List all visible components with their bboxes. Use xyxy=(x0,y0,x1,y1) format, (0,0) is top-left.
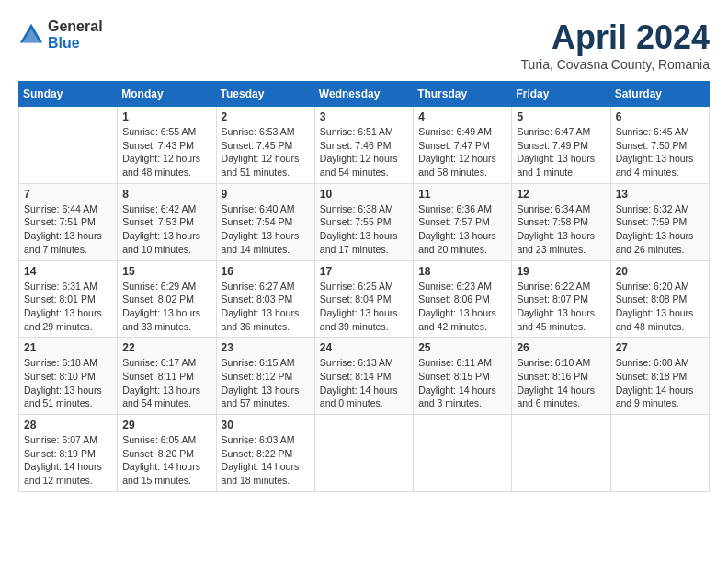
calendar-cell: 12Sunrise: 6:34 AM Sunset: 7:58 PM Dayli… xyxy=(512,183,610,260)
calendar-cell xyxy=(512,415,610,492)
day-info: Sunrise: 6:17 AM Sunset: 8:11 PM Dayligh… xyxy=(122,356,210,410)
day-info: Sunrise: 6:44 AM Sunset: 7:51 PM Dayligh… xyxy=(24,202,112,257)
calendar-cell: 19Sunrise: 6:22 AM Sunset: 8:07 PM Dayli… xyxy=(512,260,610,338)
day-info: Sunrise: 6:31 AM Sunset: 8:01 PM Dayligh… xyxy=(24,280,112,334)
page-header: General Blue April 2024 Turia, Covasna C… xyxy=(18,18,710,72)
calendar-week-5: 28Sunrise: 6:07 AM Sunset: 8:19 PM Dayli… xyxy=(19,415,710,492)
calendar-week-3: 14Sunrise: 6:31 AM Sunset: 8:01 PM Dayli… xyxy=(19,260,710,338)
day-number: 21 xyxy=(24,341,112,354)
day-info: Sunrise: 6:08 AM Sunset: 8:18 PM Dayligh… xyxy=(616,356,704,410)
calendar-cell: 30Sunrise: 6:03 AM Sunset: 8:22 PM Dayli… xyxy=(216,415,314,492)
day-info: Sunrise: 6:51 AM Sunset: 7:46 PM Dayligh… xyxy=(320,125,408,179)
calendar-header-row: SundayMondayTuesdayWednesdayThursdayFrid… xyxy=(19,82,710,107)
calendar-cell: 22Sunrise: 6:17 AM Sunset: 8:11 PM Dayli… xyxy=(118,338,216,415)
calendar-cell: 7Sunrise: 6:44 AM Sunset: 7:51 PM Daylig… xyxy=(19,183,118,260)
day-info: Sunrise: 6:07 AM Sunset: 8:19 PM Dayligh… xyxy=(24,433,112,488)
day-number: 1 xyxy=(122,110,210,123)
day-info: Sunrise: 6:18 AM Sunset: 8:10 PM Dayligh… xyxy=(24,356,112,410)
calendar-cell xyxy=(19,107,118,184)
calendar-cell: 4Sunrise: 6:49 AM Sunset: 7:47 PM Daylig… xyxy=(414,107,512,184)
day-info: Sunrise: 6:29 AM Sunset: 8:02 PM Dayligh… xyxy=(122,280,210,334)
day-info: Sunrise: 6:49 AM Sunset: 7:47 PM Dayligh… xyxy=(418,125,506,179)
day-info: Sunrise: 6:20 AM Sunset: 8:08 PM Dayligh… xyxy=(616,280,704,334)
calendar-header-saturday: Saturday xyxy=(610,82,709,107)
day-info: Sunrise: 6:34 AM Sunset: 7:58 PM Dayligh… xyxy=(517,202,605,257)
calendar-header-wednesday: Wednesday xyxy=(314,82,413,107)
day-number: 9 xyxy=(222,188,310,201)
day-info: Sunrise: 6:13 AM Sunset: 8:14 PM Dayligh… xyxy=(320,356,408,410)
calendar-cell: 21Sunrise: 6:18 AM Sunset: 8:10 PM Dayli… xyxy=(19,338,118,415)
day-number: 6 xyxy=(616,110,704,123)
day-number: 4 xyxy=(418,110,506,123)
calendar-cell: 25Sunrise: 6:11 AM Sunset: 8:15 PM Dayli… xyxy=(414,338,512,415)
calendar-cell: 26Sunrise: 6:10 AM Sunset: 8:16 PM Dayli… xyxy=(512,338,610,415)
day-number: 15 xyxy=(122,265,210,278)
calendar-cell: 27Sunrise: 6:08 AM Sunset: 8:18 PM Dayli… xyxy=(610,338,709,415)
month-title: April 2024 xyxy=(521,18,710,57)
day-number: 26 xyxy=(517,341,605,354)
day-number: 25 xyxy=(418,341,506,354)
day-number: 29 xyxy=(122,419,210,431)
day-number: 27 xyxy=(616,341,704,354)
day-info: Sunrise: 6:03 AM Sunset: 8:22 PM Dayligh… xyxy=(222,433,310,488)
logo-blue: Blue xyxy=(48,35,103,52)
day-info: Sunrise: 6:27 AM Sunset: 8:03 PM Dayligh… xyxy=(222,280,310,334)
day-number: 19 xyxy=(517,265,605,278)
day-number: 8 xyxy=(122,188,210,201)
calendar-header-thursday: Thursday xyxy=(414,82,512,107)
day-number: 11 xyxy=(418,188,506,201)
calendar-cell: 29Sunrise: 6:05 AM Sunset: 8:20 PM Dayli… xyxy=(118,415,216,492)
day-info: Sunrise: 6:32 AM Sunset: 7:59 PM Dayligh… xyxy=(616,202,704,257)
calendar-cell: 10Sunrise: 6:38 AM Sunset: 7:55 PM Dayli… xyxy=(314,183,413,260)
calendar-cell xyxy=(414,415,512,492)
calendar-cell: 6Sunrise: 6:45 AM Sunset: 7:50 PM Daylig… xyxy=(610,107,709,184)
calendar-cell: 14Sunrise: 6:31 AM Sunset: 8:01 PM Dayli… xyxy=(19,260,118,338)
title-block: April 2024 Turia, Covasna County, Romani… xyxy=(521,18,710,72)
calendar-header-monday: Monday xyxy=(118,82,216,107)
day-info: Sunrise: 6:53 AM Sunset: 7:45 PM Dayligh… xyxy=(222,125,310,179)
calendar-cell: 28Sunrise: 6:07 AM Sunset: 8:19 PM Dayli… xyxy=(19,415,118,492)
day-number: 12 xyxy=(517,188,605,201)
day-number: 28 xyxy=(24,419,112,431)
day-number: 23 xyxy=(222,341,310,354)
day-info: Sunrise: 6:11 AM Sunset: 8:15 PM Dayligh… xyxy=(418,356,506,410)
calendar-cell: 13Sunrise: 6:32 AM Sunset: 7:59 PM Dayli… xyxy=(610,183,709,260)
calendar-week-4: 21Sunrise: 6:18 AM Sunset: 8:10 PM Dayli… xyxy=(19,338,710,415)
day-info: Sunrise: 6:15 AM Sunset: 8:12 PM Dayligh… xyxy=(222,356,310,410)
day-number: 2 xyxy=(222,110,310,123)
day-info: Sunrise: 6:45 AM Sunset: 7:50 PM Dayligh… xyxy=(616,125,704,179)
calendar-cell: 15Sunrise: 6:29 AM Sunset: 8:02 PM Dayli… xyxy=(118,260,216,338)
calendar-header-tuesday: Tuesday xyxy=(216,82,314,107)
day-info: Sunrise: 6:23 AM Sunset: 8:06 PM Dayligh… xyxy=(418,280,506,334)
calendar-cell xyxy=(314,415,413,492)
day-number: 20 xyxy=(616,265,704,278)
day-number: 13 xyxy=(616,188,704,201)
day-number: 10 xyxy=(320,188,408,201)
day-number: 7 xyxy=(24,188,112,201)
calendar-cell: 20Sunrise: 6:20 AM Sunset: 8:08 PM Dayli… xyxy=(610,260,709,338)
day-info: Sunrise: 6:47 AM Sunset: 7:49 PM Dayligh… xyxy=(517,125,605,179)
calendar-cell: 23Sunrise: 6:15 AM Sunset: 8:12 PM Dayli… xyxy=(216,338,314,415)
day-info: Sunrise: 6:38 AM Sunset: 7:55 PM Dayligh… xyxy=(320,202,408,257)
calendar-table: SundayMondayTuesdayWednesdayThursdayFrid… xyxy=(18,81,710,492)
logo: General Blue xyxy=(18,18,103,51)
day-number: 3 xyxy=(320,110,408,123)
calendar-cell: 8Sunrise: 6:42 AM Sunset: 7:53 PM Daylig… xyxy=(118,183,216,260)
day-number: 17 xyxy=(320,265,408,278)
calendar-week-1: 1Sunrise: 6:55 AM Sunset: 7:43 PM Daylig… xyxy=(19,107,710,184)
calendar-cell: 1Sunrise: 6:55 AM Sunset: 7:43 PM Daylig… xyxy=(118,107,216,184)
calendar-cell: 2Sunrise: 6:53 AM Sunset: 7:45 PM Daylig… xyxy=(216,107,314,184)
day-info: Sunrise: 6:22 AM Sunset: 8:07 PM Dayligh… xyxy=(517,280,605,334)
day-info: Sunrise: 6:40 AM Sunset: 7:54 PM Dayligh… xyxy=(222,202,310,257)
calendar-cell: 5Sunrise: 6:47 AM Sunset: 7:49 PM Daylig… xyxy=(512,107,610,184)
logo-text: General Blue xyxy=(48,18,103,51)
day-info: Sunrise: 6:05 AM Sunset: 8:20 PM Dayligh… xyxy=(122,433,210,488)
calendar-cell: 24Sunrise: 6:13 AM Sunset: 8:14 PM Dayli… xyxy=(314,338,413,415)
calendar-week-2: 7Sunrise: 6:44 AM Sunset: 7:51 PM Daylig… xyxy=(19,183,710,260)
calendar-header-sunday: Sunday xyxy=(19,82,118,107)
calendar-cell: 17Sunrise: 6:25 AM Sunset: 8:04 PM Dayli… xyxy=(314,260,413,338)
location: Turia, Covasna County, Romania xyxy=(521,57,710,72)
day-number: 16 xyxy=(222,265,310,278)
calendar-cell: 11Sunrise: 6:36 AM Sunset: 7:57 PM Dayli… xyxy=(414,183,512,260)
day-info: Sunrise: 6:36 AM Sunset: 7:57 PM Dayligh… xyxy=(418,202,506,257)
